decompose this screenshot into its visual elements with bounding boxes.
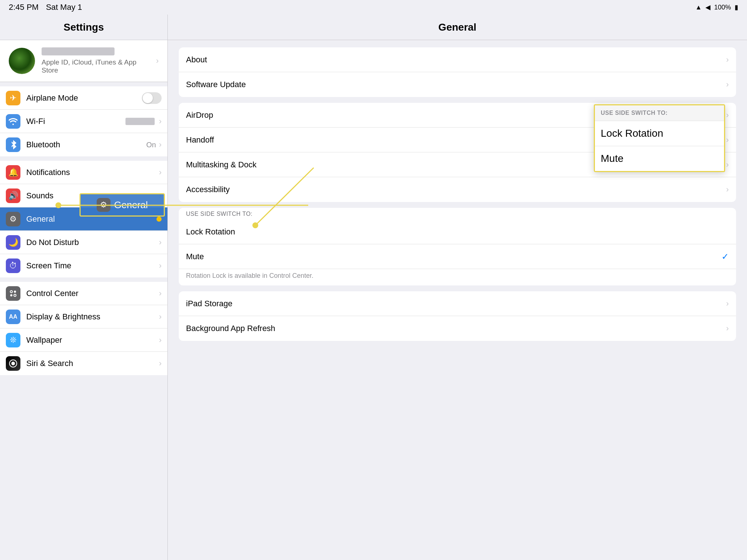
settings-label-lockrotation: Lock Rotation [186,227,729,237]
settings-group-info: About › Software Update › [179,47,736,97]
sidebar-label-general: General [26,214,154,224]
settings-row-mute[interactable]: Mute ✓ [179,244,736,269]
right-panel: General About › Software Update › AirDro… [168,15,747,560]
profile-subtitle: Apple ID, iCloud, iTunes & App Store [42,58,155,74]
handoff-chevron: › [726,135,729,145]
settings-label-mute: Mute [186,252,721,261]
svg-point-3 [14,294,16,296]
highlight-popup-lockrotation: Lock Rotation [595,121,724,146]
screentime-icon: ⏱ [6,258,20,273]
signal-icon: ◀ [705,3,711,11]
battery-icon: ▮ [735,3,738,11]
sidebar-label-donotdisturb: Do Not Disturb [26,238,158,247]
settings-row-lockrotation[interactable]: Lock Rotation [179,219,736,244]
general-dot [156,217,162,222]
multitasking-chevron: › [726,160,729,170]
donotdisturb-icon: 🌙 [6,235,20,250]
sirisearch-chevron: › [159,359,162,368]
wifi-setting-icon [6,114,20,129]
sidebar-label-wifi: Wi-Fi [26,117,125,126]
displaybrightness-icon: AA [6,310,20,324]
notifications-chevron: › [159,168,162,177]
settings-row-ipadstorage[interactable]: iPad Storage › [179,291,736,316]
bluetooth-icon [6,137,20,152]
sidebar-item-displaybrightness[interactable]: AA Display & Brightness › [0,305,167,328]
svg-point-1 [14,291,16,293]
avatar [9,48,35,74]
highlight-popup: USE SIDE SWITCH TO: Lock Rotation Mute [594,104,725,172]
battery-percent: 100% [714,4,731,11]
backgroundapprefresh-chevron: › [726,324,729,333]
controlcenter-chevron: › [159,289,162,298]
screentime-chevron: › [159,261,162,271]
sidebar-item-general[interactable]: ⚙ General [0,207,167,231]
sidebar-label-sirisearch: Siri & Search [26,359,158,368]
settings-label-backgroundapprefresh: Background App Refresh [186,324,726,333]
mute-checkmark: ✓ [721,252,729,262]
bluetooth-value: On [146,141,156,149]
profile-row[interactable]: Apple ID, iCloud, iTunes & App Store › [0,40,167,82]
sounds-icon: 🔊 [6,188,20,203]
settings-group-sideswitch: USE SIDE SWITCH TO: Lock Rotation Mute ✓… [179,208,736,285]
general-icon: ⚙ [6,212,20,226]
status-bar: 2:45 PM Sat May 1 ▲ ◀ 100% ▮ [0,0,747,15]
highlight-popup-header: USE SIDE SWITCH TO: [595,105,724,121]
svg-point-0 [10,291,12,293]
displaybrightness-chevron: › [159,312,162,322]
sidebar-item-controlcenter[interactable]: Control Center › [0,282,167,305]
profile-info: Apple ID, iCloud, iTunes & App Store [42,47,155,74]
sidebar-item-screentime[interactable]: ⏱ Screen Time › [0,254,167,277]
sideswitch-footer: Rotation Lock is available in Control Ce… [179,269,736,285]
sidebar-label-notifications: Notifications [26,168,158,177]
sidebar-item-wallpaper[interactable]: ❊ Wallpaper › [0,328,167,352]
status-time: 2:45 PM [9,3,39,12]
sidebar-label-controlcenter: Control Center [26,289,158,298]
sidebar-label-displaybrightness: Display & Brightness [26,312,158,322]
profile-chevron: › [156,56,159,66]
status-date: Sat May 1 [46,3,82,12]
sidebar-section-display: Control Center › AA Display & Brightness… [0,282,167,375]
settings-group-storage: iPad Storage › Background App Refresh › [179,291,736,341]
settings-row-accessibility[interactable]: Accessibility › [179,177,736,202]
sidebar-item-donotdisturb[interactable]: 🌙 Do Not Disturb › [0,231,167,254]
settings-row-softwareupdate[interactable]: Software Update › [179,72,736,97]
sidebar-item-sounds[interactable]: 🔊 Sounds › [0,184,167,207]
settings-row-backgroundapprefresh[interactable]: Background App Refresh › [179,316,736,341]
sidebar-item-notifications[interactable]: 🔔 Notifications › [0,161,167,184]
settings-label-ipadstorage: iPad Storage [186,299,726,308]
settings-label-accessibility: Accessibility [186,185,726,194]
sidebar-section-connectivity: ✈ Airplane Mode Wi-Fi › [0,86,167,156]
airplane-icon: ✈ [6,91,20,105]
profile-name-blur [42,47,115,55]
sidebar-label-screentime: Screen Time [26,261,158,271]
controlcenter-icon [6,286,20,301]
main-layout: Settings Apple ID, iCloud, iTunes & App … [0,15,747,560]
sidebar-label-bluetooth: Bluetooth [26,140,146,149]
bluetooth-chevron: › [159,140,162,149]
svg-point-2 [10,294,12,296]
sidebar-label-sounds: Sounds [26,191,158,201]
sidebar-label-airplane: Airplane Mode [26,93,142,103]
panel-title: General [168,15,747,40]
donotdisturb-chevron: › [159,238,162,247]
sidebar-section-prefs: 🔔 Notifications › 🔊 Sounds › ⚙ General 🌙… [0,161,167,277]
about-chevron: › [726,55,729,65]
softwareupdate-chevron: › [726,80,729,89]
settings-label-softwareupdate: Software Update [186,80,726,89]
ipadstorage-chevron: › [726,299,729,308]
sidebar-title: Settings [0,15,167,40]
svg-point-5 [11,362,15,365]
status-icons: ▲ ◀ 100% ▮ [695,3,738,11]
sidebar-item-bluetooth[interactable]: Bluetooth On › [0,133,167,156]
notifications-icon: 🔔 [6,165,20,180]
wifi-icon: ▲ [695,4,702,11]
sidebar-item-wifi[interactable]: Wi-Fi › [0,110,167,133]
airplane-toggle[interactable] [142,92,162,104]
accessibility-chevron: › [726,185,729,194]
wallpaper-chevron: › [159,335,162,345]
highlight-popup-mute: Mute [595,146,724,171]
settings-row-about[interactable]: About › [179,47,736,72]
sirisearch-icon [6,356,20,371]
sidebar-item-airplane[interactable]: ✈ Airplane Mode [0,86,167,110]
sidebar-item-sirisearch[interactable]: Siri & Search › [0,352,167,375]
